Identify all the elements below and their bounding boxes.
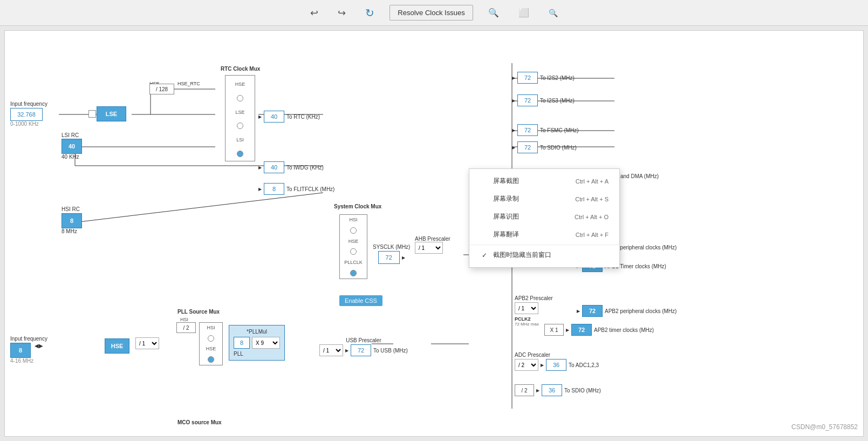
record-item[interactable]: 屏幕录制 Ctrl + Alt + S: [469, 190, 619, 208]
apb2-timer-label: APB2 timer clocks (MHz): [594, 327, 654, 333]
sys-clk-mux-label: System Clock Mux: [334, 203, 381, 209]
identify-item[interactable]: 屏幕识图 Ctrl + Alt + O: [469, 208, 619, 226]
hse-rtc-line-label: HSE_RTC: [177, 81, 200, 86]
hsi-rc-label: HSI RC: [61, 206, 80, 212]
pll-hsi-label: HSI: [207, 325, 215, 330]
sys-clk-mux-block[interactable]: HSI HSE PLLCLK: [339, 214, 367, 279]
pllclk-sys-label: PLLCLK: [344, 260, 363, 265]
pll-mux-circle-1[interactable]: [208, 335, 214, 342]
adc-div-select[interactable]: / 2: [515, 359, 538, 371]
pll-mul-select[interactable]: X 9: [252, 337, 280, 349]
sys-mux-circle-1[interactable]: [350, 227, 357, 234]
identify-label: 屏幕识图: [493, 212, 519, 221]
resolve-clock-button[interactable]: Resolve Clock Issues: [389, 5, 473, 21]
hsi-div2-label: HSI: [180, 317, 188, 322]
toolbar: ↩ ↪ ↻ Resolve Clock Issues 🔍 ⬜ 🔍: [0, 0, 868, 26]
pll-value: 8: [234, 337, 250, 349]
hsi-unit: 8 MHz: [61, 228, 77, 234]
lse-block[interactable]: LSE: [97, 106, 126, 121]
zoom-in-button[interactable]: 🔍: [484, 5, 503, 20]
to-usb-label: To USB (MHz): [373, 348, 408, 354]
sysclk-group: SYSCLK (MHz) 72 ▶: [373, 244, 410, 264]
div128-block: / 128: [149, 84, 174, 94]
adc-prescaler-label: ADC Prescaler: [515, 352, 599, 358]
rtc-mux-block[interactable]: HSE LSE LSI: [225, 75, 255, 161]
input-freq-value-2: 8: [10, 343, 31, 358]
rtc-mux-circle-1[interactable]: [237, 95, 243, 101]
double-arrow: ◀▶: [35, 343, 43, 349]
svg-line-10: [75, 193, 323, 222]
pclk2-label: PCLK2: [515, 316, 553, 322]
record-label: 屏幕录制: [493, 194, 519, 203]
apb2-peri-label: APB2 peripheral clocks (MHz): [605, 308, 676, 314]
enable-css-button[interactable]: Enable CSS: [339, 295, 382, 306]
hse-div1-group: / 1: [135, 337, 159, 349]
watermark: CSDN@m0_57678852: [791, 423, 858, 431]
to-flit-value: 8: [264, 183, 284, 195]
ahb-div-select[interactable]: / 1: [415, 242, 443, 254]
pll-block: *PLLMul 8 X 9 PLL: [229, 325, 285, 361]
hse-mux-label: HSE: [235, 82, 245, 87]
undo-button[interactable]: ↩: [306, 5, 323, 21]
record-shortcut: Ctrl + Alt + S: [575, 196, 609, 202]
hse-block[interactable]: HSE: [105, 338, 129, 354]
apb2-section: APB2 Prescaler / 1 PCLK2 72 MHz max: [515, 295, 553, 327]
hide-window-check: ✓: [480, 252, 489, 259]
to-sdio-top-value: 72: [517, 141, 538, 153]
apb2-timer-value: 72: [571, 324, 592, 336]
context-menu: 屏幕截图 Ctrl + Alt + A 屏幕录制 Ctrl + Alt + S …: [469, 168, 620, 268]
to-fsmc-row: ▶ 72 To FSMC (MHz): [512, 124, 579, 136]
hse-div1-select[interactable]: / 1: [135, 337, 159, 349]
hide-window-item[interactable]: ✓ 截图时隐藏当前窗口: [469, 246, 619, 264]
fit-button[interactable]: ⬜: [514, 5, 534, 20]
rtc-mux-circle-2[interactable]: [237, 123, 243, 129]
usb-value: 72: [351, 344, 371, 356]
usb-div-select[interactable]: / 1: [319, 344, 343, 356]
to-i2s3-value: 72: [517, 94, 538, 106]
hsi-sys-label: HSI: [349, 217, 357, 222]
input-freq-value-1: 32.768: [10, 108, 43, 121]
sys-mux-circle-2[interactable]: [350, 248, 357, 255]
x1-block: X 1: [544, 324, 564, 336]
to-i2s2-value: 72: [517, 72, 538, 84]
sys-mux-circle-3[interactable]: [350, 270, 357, 276]
adc-prescaler-section: ADC Prescaler / 2 ▶ 36 To ADC1,2,3: [515, 352, 599, 371]
rtc-mux-circle-3[interactable]: [237, 151, 243, 157]
lsi-block: 40: [61, 139, 82, 154]
screenshot-item[interactable]: 屏幕截图 Ctrl + Alt + A: [469, 172, 619, 190]
to-sdio-top-label: To SDIO (MHz): [540, 145, 577, 151]
translate-label: 屏幕翻译: [493, 230, 519, 239]
apb2-div-select[interactable]: / 1: [515, 302, 538, 314]
ahb-prescaler-group: AHB Prescaler / 1: [415, 236, 450, 254]
refresh-button[interactable]: ↻: [361, 4, 379, 22]
apb2-prescaler-label: APB2 Prescaler: [515, 295, 553, 301]
apb2-peri-value: 72: [582, 305, 603, 317]
to-sdio2-label: To SDIO (MHz): [564, 388, 601, 393]
pll-source-mux-block[interactable]: HSI HSE: [199, 322, 223, 365]
hsi-block: 8: [61, 213, 82, 228]
translate-item[interactable]: 屏幕翻译 Ctrl + Alt + F: [469, 226, 619, 243]
pll-mux-circle-2[interactable]: [208, 356, 214, 363]
to-fsmc-label: To FSMC (MHz): [540, 127, 579, 133]
pll-label: PLL: [234, 351, 243, 357]
to-fsmc-value: 72: [517, 124, 538, 136]
lse-connector: [88, 110, 96, 118]
sysclk-value: 72: [378, 251, 400, 264]
hsi-div2-block: / 2: [176, 322, 196, 333]
sdio-div2-value: 36: [542, 384, 562, 396]
input-freq-label-1: Input frequency 32.768 0-1000 KHz: [10, 101, 47, 127]
zoom-out-button[interactable]: 🔍: [544, 6, 562, 19]
input-freq-label-2: Input frequency 8 4-16 MHz: [10, 336, 47, 364]
redo-button[interactable]: ↪: [333, 5, 350, 21]
to-sdio-bottom-row: / 2 ▶ 36 To SDIO (MHz): [515, 384, 601, 396]
hse-sys-label: HSE: [348, 239, 359, 244]
hide-window-label: 截图时隐藏当前窗口: [493, 250, 551, 260]
to-iwdg-row: ▶ 40 To IWDG (KHz): [258, 161, 324, 173]
adc-value: 36: [546, 359, 566, 371]
translate-shortcut: Ctrl + Alt + F: [576, 232, 609, 238]
to-rtc-label: To RTC (KHz): [286, 114, 320, 120]
apb2-peri-row: ▶ 72 APB2 peripheral clocks (MHz): [577, 305, 676, 317]
mco-label: MCO source Mux: [177, 419, 222, 425]
apb2-timer-row: X 1 ▶ 72 APB2 timer clocks (MHz): [544, 324, 654, 336]
to-flit-label: To FLITFCLK (MHz): [286, 186, 334, 192]
